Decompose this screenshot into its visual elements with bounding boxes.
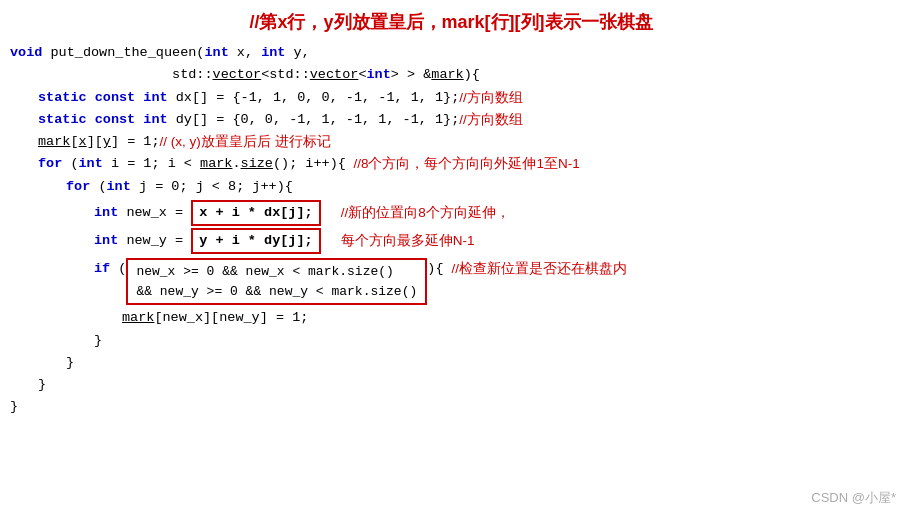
page-title: //第x行，y列放置皇后，mark[行][列]表示一张棋盘 bbox=[10, 10, 892, 34]
kw-int1: int bbox=[204, 42, 228, 64]
line-close4: } bbox=[10, 396, 892, 418]
vector2: vector bbox=[310, 64, 359, 86]
new-y-box: y + i * dy[j]; bbox=[191, 228, 320, 254]
line-func-decl: void put_down_the_queen( int x, int y, bbox=[10, 42, 892, 64]
mark-ref: mark bbox=[431, 64, 463, 86]
vector1: vector bbox=[213, 64, 262, 86]
line-dy: static const int dy[] = {0, 0, -1, 1, -1… bbox=[10, 109, 892, 131]
code-block: void put_down_the_queen( int x, int y, s… bbox=[10, 42, 892, 419]
page-container: //第x行，y列放置皇后，mark[行][列]表示一张棋盘 void put_d… bbox=[0, 0, 910, 515]
line-new-x: int new_x = x + i * dx[j]; //新的位置向8个方向延伸… bbox=[10, 200, 892, 226]
mark-xy: mark bbox=[38, 131, 70, 153]
line-for-outer: for ( int i = 1; i < mark . size (); i++… bbox=[10, 153, 892, 175]
line-close3: } bbox=[10, 374, 892, 396]
line-dx: static const int dx[] = {-1, 1, 0, 0, -1… bbox=[10, 87, 892, 109]
line-new-y: int new_y = y + i * dy[j]; 每个方向最多延伸N-1 bbox=[10, 228, 892, 254]
watermark: CSDN @小屋* bbox=[811, 489, 896, 507]
line-mark-xy: mark [ x ][ y ] = 1; // (x, y)放置皇后后 进行标记 bbox=[10, 131, 892, 153]
line-for-inner: for ( int j = 0; j < 8; j++){ bbox=[10, 176, 892, 198]
line-func-param: std:: vector <std:: vector < int > > & m… bbox=[10, 64, 892, 86]
kw-int2: int bbox=[261, 42, 285, 64]
kw-void: void bbox=[10, 42, 42, 64]
line-mark-assign: mark [new_x][new_y] = 1; bbox=[10, 307, 892, 329]
line-if: if ( new_x >= 0 && new_x < mark.size() &… bbox=[10, 258, 892, 305]
new-x-box: x + i * dx[j]; bbox=[191, 200, 320, 226]
func-name: put_down_the_queen( bbox=[42, 42, 204, 64]
line-close2: } bbox=[10, 352, 892, 374]
if-condition-box: new_x >= 0 && new_x < mark.size() && new… bbox=[126, 258, 427, 305]
kw-int3: int bbox=[366, 64, 390, 86]
line-close1: } bbox=[10, 330, 892, 352]
